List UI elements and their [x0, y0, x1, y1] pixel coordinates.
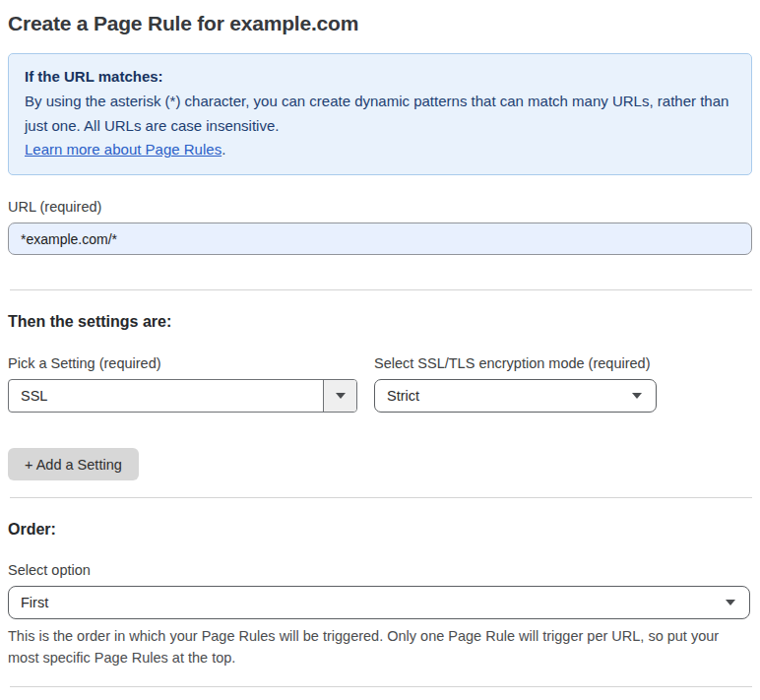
ssl-mode-select[interactable]: Strict	[374, 379, 657, 413]
settings-row: Pick a Setting (required) SSL Select SSL…	[8, 355, 752, 413]
divider	[10, 686, 752, 687]
create-page-rule-form: Create a Page Rule for example.com If th…	[0, 0, 760, 700]
info-box-body: By using the asterisk (*) character, you…	[25, 90, 735, 161]
url-match-info-box: If the URL matches: By using the asteris…	[8, 53, 752, 175]
order-select-value: First	[21, 595, 48, 610]
url-input[interactable]	[8, 223, 752, 255]
ssl-mode-value: Strict	[387, 388, 419, 404]
url-field-section: URL (required)	[8, 199, 752, 255]
info-box-body-text: By using the asterisk (*) character, you…	[25, 93, 728, 133]
divider	[10, 497, 752, 498]
chevron-down-icon	[632, 393, 642, 399]
order-select-label: Select option	[8, 562, 752, 578]
divider	[10, 289, 752, 290]
setting-picker-label: Pick a Setting (required)	[8, 355, 357, 371]
ssl-mode-column: Select SSL/TLS encryption mode (required…	[374, 355, 657, 413]
order-select[interactable]: First	[8, 586, 750, 619]
order-select-row: Select option First	[8, 562, 752, 619]
setting-picker-arrow-box[interactable]	[323, 380, 356, 412]
page-title: Create a Page Rule for example.com	[8, 12, 752, 35]
chevron-down-icon	[726, 600, 735, 605]
setting-picker-column: Pick a Setting (required) SSL	[8, 355, 357, 413]
order-section: Order: Select option First This is the o…	[8, 521, 752, 669]
ssl-mode-label: Select SSL/TLS encryption mode (required…	[374, 355, 657, 371]
learn-more-link[interactable]: Learn more about Page Rules	[25, 141, 222, 158]
order-help-text: This is the order in which your Page Rul…	[8, 626, 744, 669]
chevron-down-icon	[336, 393, 346, 399]
url-field-label: URL (required)	[8, 199, 752, 215]
link-suffix: .	[222, 141, 225, 158]
setting-picker-value: SSL	[9, 380, 323, 412]
info-box-heading: If the URL matches:	[25, 65, 735, 89]
settings-section-heading: Then the settings are:	[8, 313, 752, 331]
setting-picker-select[interactable]: SSL	[8, 379, 357, 413]
add-setting-button[interactable]: + Add a Setting	[8, 448, 139, 480]
order-section-heading: Order:	[8, 521, 752, 539]
